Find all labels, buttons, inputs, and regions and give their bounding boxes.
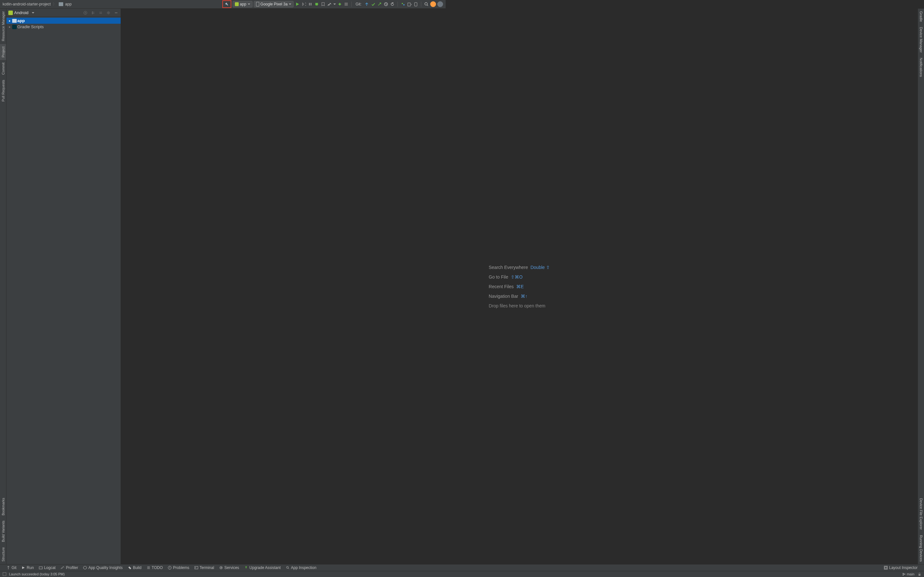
editor-empty-state[interactable]: Search Everywhere Double ⇧ Go to File ⇧⌘… xyxy=(121,9,446,278)
rail-label: Pull Requests xyxy=(1,80,5,102)
project-view-selector[interactable]: Android xyxy=(8,10,83,15)
left-tool-rail: Resource Manager Project Commit Pull Req… xyxy=(0,9,6,278)
breadcrumb-project[interactable]: kotlin-android-starter-project xyxy=(3,2,51,6)
rail-pull-requests[interactable]: Pull Requests xyxy=(0,77,6,104)
chevron-right-icon: ▸ xyxy=(8,25,11,29)
profile-icon[interactable] xyxy=(327,2,332,7)
rail-label: Resource Manager xyxy=(1,11,5,41)
tree-label: Gradle Scripts xyxy=(17,24,44,29)
chevron-right-icon: ▸ xyxy=(8,19,11,23)
attach-debugger-icon[interactable] xyxy=(337,2,342,7)
tree-node-gradle-scripts[interactable]: ▸ Gradle Scripts xyxy=(6,24,121,30)
svg-point-7 xyxy=(402,3,403,4)
svg-rect-9 xyxy=(408,3,410,6)
breadcrumb[interactable]: kotlin-android-starter-project 〉 app xyxy=(3,1,222,7)
avd-manager-icon[interactable] xyxy=(413,2,418,7)
chevron-right-icon: 〉 xyxy=(53,1,57,7)
project-panel-header: Android xyxy=(6,9,121,17)
svg-point-13 xyxy=(85,12,86,13)
coverage-icon[interactable] xyxy=(320,2,326,7)
folder-icon xyxy=(59,2,63,6)
git-update-icon[interactable] xyxy=(364,2,369,7)
gear-icon[interactable] xyxy=(106,10,111,15)
android-icon xyxy=(8,11,13,15)
project-tree: ▸ app ▸ Gradle Scripts xyxy=(6,17,121,31)
gradle-icon xyxy=(12,25,17,29)
rail-label: Commit xyxy=(1,63,5,75)
separator xyxy=(351,2,352,7)
chevron-down-icon xyxy=(248,3,250,5)
sync-gradle-icon[interactable] xyxy=(407,2,412,7)
breadcrumb-module[interactable]: app xyxy=(65,2,71,6)
apply-code-changes-icon[interactable] xyxy=(308,2,313,7)
chevron-down-icon xyxy=(32,12,34,13)
select-opened-file-icon[interactable] xyxy=(83,10,88,15)
apply-changes-restart-icon[interactable] xyxy=(301,2,306,7)
tree-node-app[interactable]: ▸ app xyxy=(6,18,121,24)
run-button[interactable] xyxy=(295,2,300,7)
expand-all-icon[interactable] xyxy=(90,10,95,15)
hide-icon[interactable] xyxy=(113,10,119,15)
hammer-icon xyxy=(224,2,229,7)
tree-label: app xyxy=(17,18,25,23)
git-push-icon[interactable] xyxy=(377,2,382,7)
svg-point-14 xyxy=(108,12,109,13)
rail-label: Project xyxy=(1,47,5,57)
build-button-highlighted[interactable] xyxy=(222,0,231,8)
module-icon xyxy=(12,19,17,23)
run-configuration-selector[interactable]: app xyxy=(233,1,252,7)
run-config-label: app xyxy=(240,2,246,6)
debug-button[interactable] xyxy=(314,2,319,7)
rail-commit[interactable]: Commit xyxy=(0,60,6,77)
device-label: Google Pixel 3a xyxy=(260,2,288,6)
top-toolbar: kotlin-android-starter-project 〉 app app… xyxy=(0,0,446,9)
chevron-down-icon xyxy=(289,3,291,5)
rollback-icon[interactable] xyxy=(390,2,395,7)
project-view-label: Android xyxy=(14,10,29,15)
svg-rect-1 xyxy=(309,3,310,5)
svg-rect-2 xyxy=(310,3,312,5)
phone-icon xyxy=(256,2,259,6)
rail-resource-manager[interactable]: Resource Manager xyxy=(0,9,6,44)
rail-project[interactable]: Project xyxy=(0,44,6,60)
git-history-icon[interactable] xyxy=(383,2,389,7)
git-label: Git: xyxy=(355,2,362,6)
git-commit-icon[interactable] xyxy=(371,2,376,7)
separator xyxy=(397,2,398,7)
search-everywhere-button[interactable] xyxy=(424,2,429,7)
collapse-all-icon[interactable] xyxy=(98,10,103,15)
stop-button[interactable] xyxy=(344,2,349,7)
svg-rect-5 xyxy=(344,3,348,6)
svg-point-11 xyxy=(425,3,427,5)
account-icon[interactable] xyxy=(437,1,443,7)
separator xyxy=(421,2,421,7)
device-selector[interactable]: Google Pixel 3a xyxy=(254,1,294,7)
code-with-me-icon[interactable] xyxy=(401,2,405,7)
user-avatar[interactable] xyxy=(430,1,436,7)
chevron-down-icon[interactable] xyxy=(333,3,336,5)
svg-rect-10 xyxy=(415,3,417,6)
svg-point-4 xyxy=(339,3,341,5)
svg-point-8 xyxy=(403,4,405,5)
toolbar-actions: app Google Pixel 3a Git: xyxy=(222,0,443,8)
android-icon xyxy=(235,2,239,6)
project-tool-window: Android ▸ app ▸ Gradle Scripts xyxy=(6,9,121,278)
svg-marker-0 xyxy=(296,3,299,6)
